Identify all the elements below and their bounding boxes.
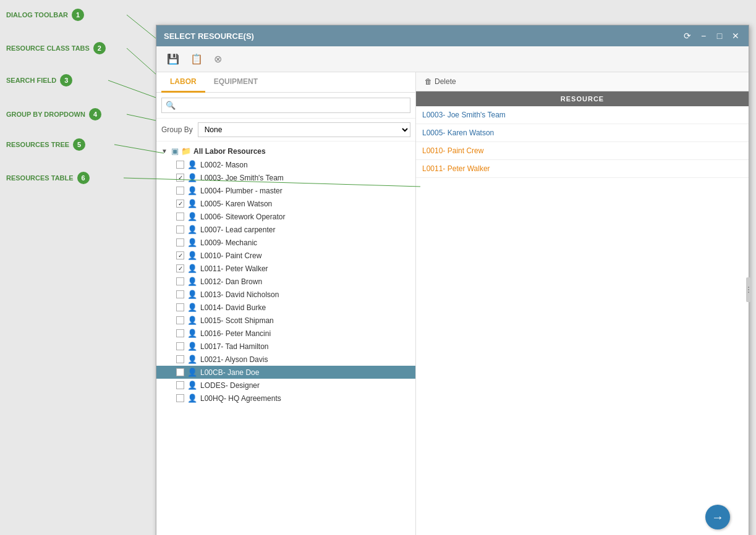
arrow-icon: → <box>711 510 724 524</box>
person-icon: 👤 <box>187 225 197 234</box>
tree-items-container: 👤L0002- Mason✓👤L0003- Joe Smith's Team👤L… <box>156 158 415 405</box>
item-label: L0015- Scott Shipman <box>200 316 274 325</box>
person-icon: 👤 <box>187 316 197 325</box>
item-label: L0002- Mason <box>200 161 248 169</box>
item-checkbox[interactable]: ✓ <box>176 200 184 208</box>
dialog-body: LABOR EQUIPMENT 🔍 Group By None Category… <box>156 72 749 535</box>
save-button[interactable]: 💾 <box>163 50 184 68</box>
dialog-title: SELECT RESOURCE(S) <box>164 32 254 41</box>
item-checkbox[interactable]: ✓ <box>176 264 184 272</box>
svg-line-0 <box>127 15 156 38</box>
resource-rows-container: L0003- Joe Smith's TeamL0005- Karen Wats… <box>416 106 749 178</box>
item-checkbox[interactable] <box>176 381 184 389</box>
close-button[interactable]: ✕ <box>730 30 741 41</box>
resource-row[interactable]: L0010- Paint Crew <box>416 142 749 160</box>
tree-item[interactable]: ✓👤L0010- Paint Crew <box>156 249 415 262</box>
tree-item[interactable]: ✓👤L0003- Joe Smith's Team <box>156 171 415 184</box>
tree-item[interactable]: 👤L0021- Alyson Davis <box>156 353 415 366</box>
tree-root[interactable]: ▼ ▣ 📁 All Labor Resources <box>156 144 415 158</box>
person-icon: 👤 <box>187 355 197 364</box>
folder-checkbox: ▣ <box>171 146 179 156</box>
item-checkbox[interactable] <box>176 316 184 324</box>
dialog-titlebar: SELECT RESOURCE(S) ⟳ − □ ✕ <box>156 25 749 46</box>
item-label: L00CB- Jane Doe <box>200 368 259 377</box>
search-input[interactable] <box>179 99 410 112</box>
right-toolbar: 🗑 Delete <box>416 72 749 91</box>
delete-button[interactable]: 🗑 Delete <box>422 76 459 87</box>
dialog: SELECT RESOURCE(S) ⟳ − □ ✕ 💾 📋 ⊗ LABOR E… <box>156 25 749 535</box>
cancel-button[interactable]: ⊗ <box>210 50 226 68</box>
dialog-toolbar: 💾 📋 ⊗ <box>156 46 749 72</box>
export-button[interactable]: 📋 <box>186 50 207 68</box>
item-checkbox[interactable] <box>176 303 184 311</box>
resource-row[interactable]: L0011- Peter Walker <box>416 160 749 178</box>
tree-item[interactable]: 👤L0015- Scott Shipman <box>156 314 415 327</box>
annotation-5: RESOURCES TREE 5 <box>6 138 85 151</box>
tree-item[interactable]: 👤L0002- Mason <box>156 158 415 171</box>
item-checkbox[interactable] <box>176 213 184 221</box>
item-checkbox[interactable] <box>176 368 184 376</box>
item-checkbox[interactable] <box>176 238 184 246</box>
tree-item[interactable]: 👤L0006- Sitework Operator <box>156 210 415 223</box>
annotation-circle-6: 6 <box>77 172 90 184</box>
item-checkbox[interactable] <box>176 277 184 285</box>
svg-line-2 <box>108 80 156 98</box>
arrow-button[interactable]: → <box>705 505 730 529</box>
item-label: LODES- Designer <box>200 381 260 390</box>
person-icon: 👤 <box>187 329 197 338</box>
annotation-circle-1: 1 <box>72 9 84 21</box>
item-checkbox[interactable] <box>176 342 184 350</box>
item-label: L0017- Tad Hamilton <box>200 342 269 351</box>
tree-item[interactable]: 👤L0014- David Burke <box>156 301 415 314</box>
person-icon: 👤 <box>187 212 197 221</box>
tree-item[interactable]: 👤L00CB- Jane Doe <box>156 366 415 379</box>
tab-equipment[interactable]: EQUIPMENT <box>205 72 266 93</box>
resource-class-tabs: LABOR EQUIPMENT <box>156 72 415 93</box>
item-checkbox[interactable] <box>176 290 184 298</box>
tree-item[interactable]: 👤L00HQ- HQ Agreements <box>156 392 415 405</box>
delete-label: Delete <box>435 77 456 86</box>
annotation-circle-3: 3 <box>60 74 72 86</box>
search-area: 🔍 <box>156 93 415 119</box>
item-checkbox[interactable] <box>176 187 184 195</box>
tab-labor[interactable]: LABOR <box>161 72 205 93</box>
resources-tree[interactable]: ▼ ▣ 📁 All Labor Resources 👤L0002- Mason✓… <box>156 141 415 535</box>
annotation-circle-4: 4 <box>89 108 101 120</box>
refresh-button[interactable]: ⟳ <box>682 30 693 41</box>
tree-item[interactable]: 👤L0017- Tad Hamilton <box>156 340 415 353</box>
tree-item[interactable]: 👤LODES- Designer <box>156 379 415 392</box>
tree-item[interactable]: 👤L0016- Peter Mancini <box>156 327 415 340</box>
item-checkbox[interactable] <box>176 225 184 234</box>
item-checkbox[interactable] <box>176 161 184 169</box>
groupby-dropdown[interactable]: None Category Type <box>198 122 410 137</box>
person-icon: 👤 <box>187 264 197 273</box>
item-checkbox[interactable] <box>176 394 184 402</box>
item-label: L0007- Lead carpenter <box>200 225 275 234</box>
tree-item[interactable]: 👤L0012- Dan Brown <box>156 275 415 288</box>
person-icon: 👤 <box>187 342 197 351</box>
item-checkbox[interactable]: ✓ <box>176 251 184 259</box>
resource-row[interactable]: L0003- Joe Smith's Team <box>416 106 749 124</box>
item-checkbox[interactable] <box>176 329 184 337</box>
person-icon: 👤 <box>187 160 197 169</box>
item-label: L00HQ- HQ Agreements <box>200 394 281 403</box>
resources-table: RESOURCE L0003- Joe Smith's TeamL0005- K… <box>416 91 749 535</box>
item-checkbox[interactable] <box>176 355 184 363</box>
folder-icon: 📁 <box>181 146 191 156</box>
resource-row[interactable]: L0005- Karen Watson <box>416 124 749 142</box>
item-checkbox[interactable]: ✓ <box>176 174 184 182</box>
minimize-button[interactable]: − <box>698 30 709 41</box>
tree-item[interactable]: 👤L0007- Lead carpenter <box>156 223 415 236</box>
tree-item[interactable]: ✓👤L0011- Peter Walker <box>156 262 415 275</box>
person-icon: 👤 <box>187 381 197 390</box>
tree-item[interactable]: 👤L0013- David Nicholson <box>156 288 415 301</box>
tree-item[interactable]: ✓👤L0005- Karen Watson <box>156 197 415 210</box>
tree-item[interactable]: 👤L0009- Mechanic <box>156 236 415 249</box>
annotation-circle-5: 5 <box>73 138 85 151</box>
cancel-icon: ⊗ <box>214 53 222 65</box>
collapse-icon: ▼ <box>161 148 169 154</box>
tree-root-label: All Labor Resources <box>193 147 266 156</box>
tree-item[interactable]: 👤L0004- Plumber - master <box>156 184 415 197</box>
maximize-button[interactable]: □ <box>714 30 725 41</box>
groupby-label: Group By <box>161 125 193 134</box>
